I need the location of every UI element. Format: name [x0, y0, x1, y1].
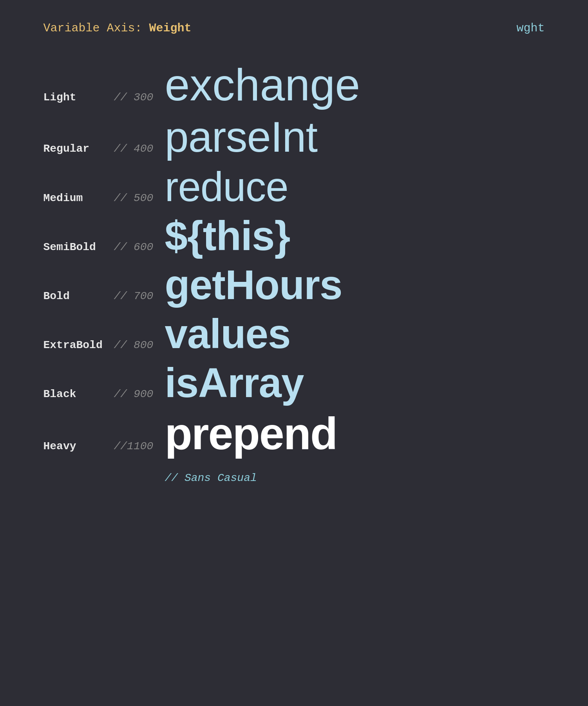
weight-demo-text: getHours: [165, 264, 342, 305]
weight-rows: Light// 300exchangeRegular// 400parseInt…: [43, 58, 545, 460]
header-axis-code: wght: [516, 22, 545, 35]
footer-label: // Sans Casual: [43, 472, 545, 484]
weight-row: SemiBold// 600${this}: [43, 211, 545, 260]
header: Variable Axis: Weight wght: [43, 22, 545, 35]
weight-label: Light: [43, 91, 114, 103]
header-title-bold: Weight: [149, 22, 192, 35]
weight-row: Bold// 700getHours: [43, 260, 545, 309]
weight-row: Medium// 500reduce: [43, 162, 545, 211]
main-container: Variable Axis: Weight wght Light// 300ex…: [20, 0, 568, 515]
weight-row: Light// 300exchange: [43, 58, 545, 111]
weight-row: Black// 900isArray: [43, 358, 545, 407]
weight-label: Bold: [43, 290, 114, 302]
weight-label: SemiBold: [43, 241, 114, 253]
weight-label: Regular: [43, 143, 114, 155]
weight-demo-text: ${this}: [165, 215, 290, 256]
weight-row: ExtraBold// 800values: [43, 309, 545, 358]
header-title: Variable Axis: Weight: [43, 22, 192, 35]
weight-value: // 300: [114, 91, 165, 103]
weight-label: ExtraBold: [43, 339, 114, 351]
weight-value: // 800: [114, 339, 165, 351]
weight-value: // 600: [114, 241, 165, 253]
weight-demo-text: exchange: [165, 62, 360, 107]
weight-demo-text: reduce: [165, 166, 288, 207]
weight-value: // 500: [114, 192, 165, 204]
weight-demo-text: parseInt: [165, 115, 317, 158]
weight-value: //1100: [114, 440, 165, 452]
weight-value: // 700: [114, 290, 165, 302]
weight-label: Black: [43, 388, 114, 400]
weight-demo-text: values: [165, 313, 291, 354]
weight-row: Regular// 400parseInt: [43, 111, 545, 162]
weight-value: // 900: [114, 388, 165, 400]
weight-demo-text: isArray: [165, 362, 304, 403]
weight-row: Heavy//1100prepend: [43, 407, 545, 460]
weight-label: Medium: [43, 192, 114, 204]
weight-label: Heavy: [43, 440, 114, 452]
weight-demo-text: prepend: [165, 411, 337, 456]
header-title-prefix: Variable Axis:: [43, 22, 149, 35]
weight-value: // 400: [114, 143, 165, 155]
